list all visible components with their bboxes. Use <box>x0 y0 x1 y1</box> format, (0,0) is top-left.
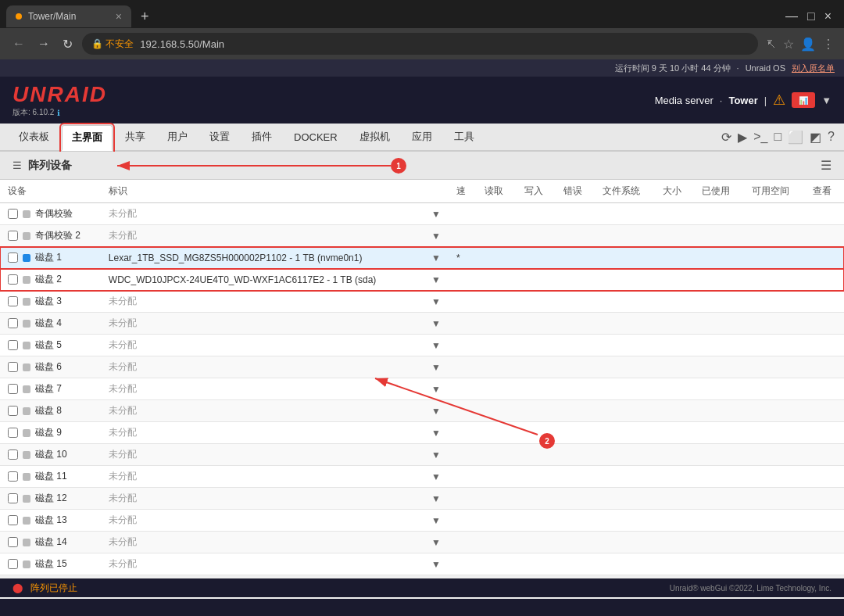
dropdown-cell[interactable]: ▼ <box>424 225 449 247</box>
dropdown-cell[interactable]: ▼ <box>424 378 449 400</box>
dropdown-arrow-icon[interactable]: ▼ <box>431 515 441 526</box>
nav-item-docker[interactable]: DOCKER <box>284 127 347 148</box>
disk-checkbox[interactable] <box>8 209 18 219</box>
terminal-icon[interactable]: >_ <box>753 130 767 145</box>
dropdown-cell[interactable]: ▼ <box>424 356 449 378</box>
dropdown-arrow-icon[interactable]: ▼ <box>431 318 441 329</box>
write-cell <box>517 444 556 466</box>
size-cell <box>655 422 694 444</box>
disk-checkbox[interactable] <box>8 296 18 306</box>
dropdown-arrow-icon[interactable]: ▼ <box>431 231 441 242</box>
profile-icon[interactable]: 👤 <box>800 37 816 52</box>
error-cell <box>556 356 595 378</box>
dropdown-arrow-icon[interactable]: ▼ <box>431 340 441 351</box>
chart-icon[interactable]: 📊 <box>792 92 815 108</box>
dropdown-cell[interactable]: ▼ <box>424 203 449 225</box>
dropdown-cell[interactable]: ▼ <box>424 422 449 444</box>
dropdown-cell[interactable]: ▼ <box>424 444 449 466</box>
col-read: 读取 <box>477 180 516 203</box>
menu-icon[interactable]: ⋮ <box>822 37 835 52</box>
label-cell: 未分配 <box>101 488 424 510</box>
fs-cell <box>595 488 656 510</box>
disk-checkbox[interactable] <box>8 537 18 547</box>
dropdown-arrow-icon[interactable]: ▼ <box>431 559 441 570</box>
maximize-button[interactable]: □ <box>807 9 815 23</box>
label-cell: 未分配 <box>101 356 424 378</box>
fs-cell <box>595 510 656 532</box>
dropdown-arrow-icon[interactable]: ▼ <box>431 406 441 417</box>
used-cell <box>694 313 744 335</box>
dropdown-cell[interactable]: ▼ <box>424 510 449 532</box>
nav-item-user[interactable]: 用户 <box>158 125 197 149</box>
dropdown-cell[interactable]: ▼ <box>424 553 449 575</box>
disk-checkbox[interactable] <box>8 384 18 394</box>
alert-icon[interactable]: ⚠ <box>773 91 785 109</box>
nav-item-settings[interactable]: 设置 <box>200 125 239 149</box>
dropdown-arrow-icon[interactable]: ▼ <box>431 471 441 482</box>
play-icon[interactable]: ▶ <box>738 130 747 145</box>
disk-checkbox[interactable] <box>8 428 18 438</box>
help-icon[interactable]: ? <box>828 130 835 145</box>
active-tab[interactable]: Tower/Main × <box>6 5 131 27</box>
nav-item-share[interactable]: 共享 <box>116 125 155 149</box>
forum-link[interactable]: 别入原名单 <box>792 63 835 74</box>
url-bar[interactable]: 🔒 不安全 192.168.5.50/Main <box>82 33 758 55</box>
disk-checkbox[interactable] <box>8 471 18 482</box>
dropdown-cell[interactable]: ▼ <box>424 532 449 553</box>
dropdown-arrow-icon[interactable]: ▼ <box>431 449 441 460</box>
nav-item-dashboard[interactable]: 仪表板 <box>9 125 59 149</box>
vm-icon[interactable]: ⬜ <box>788 130 803 145</box>
dropdown-arrow-icon[interactable]: ▼ <box>431 296 441 307</box>
forward-button[interactable]: → <box>34 35 53 52</box>
disk-checkbox[interactable] <box>8 493 18 503</box>
minimize-button[interactable]: — <box>785 9 798 23</box>
dropdown-cell[interactable]: ▼ <box>424 488 449 510</box>
dropdown-cell[interactable]: ▼ <box>424 269 449 291</box>
disk-checkbox[interactable] <box>8 252 18 263</box>
disk-checkbox[interactable] <box>8 406 18 416</box>
dropdown-arrow-icon[interactable]: ▼ <box>431 493 441 504</box>
disk-checkbox[interactable] <box>8 231 18 241</box>
view-cell <box>805 225 844 247</box>
nav-item-vm[interactable]: 虚拟机 <box>350 125 399 149</box>
disk-checkbox[interactable] <box>8 449 18 460</box>
tab-close-button[interactable]: × <box>116 10 122 23</box>
dropdown-cell[interactable]: ▼ <box>424 291 449 313</box>
dropdown-arrow-icon[interactable]: ▼ <box>431 274 441 285</box>
bookmark-icon[interactable]: ☆ <box>783 37 794 52</box>
nav-item-apps[interactable]: 应用 <box>402 125 442 149</box>
reload-button[interactable]: ↻ <box>59 35 76 53</box>
disk-checkbox[interactable] <box>8 274 18 285</box>
dropdown-arrow-icon[interactable]: ▼ <box>431 428 441 439</box>
share-icon[interactable]: ⭶ <box>764 37 777 52</box>
close-button[interactable]: × <box>824 9 831 23</box>
back-button[interactable]: ← <box>9 35 28 52</box>
disk-indicator <box>23 517 30 525</box>
disk-checkbox[interactable] <box>8 318 18 328</box>
new-tab-button[interactable]: + <box>134 9 156 25</box>
nav-item-tools[interactable]: 工具 <box>445 125 484 149</box>
dropdown-arrow-icon[interactable]: ▼ <box>431 362 441 373</box>
dropdown-arrow-icon[interactable]: ▼ <box>431 209 441 220</box>
disk-checkbox[interactable] <box>8 515 18 525</box>
device-cell: 磁盘 10 <box>0 444 101 466</box>
disk-checkbox[interactable] <box>8 340 18 350</box>
dropdown-arrow-icon[interactable]: ▼ <box>431 537 441 548</box>
display-icon[interactable]: □ <box>774 130 781 145</box>
dropdown-arrow[interactable]: ▼ <box>821 95 831 106</box>
disk-checkbox[interactable] <box>8 362 18 372</box>
disk-checkbox[interactable] <box>8 559 18 569</box>
dropdown-cell[interactable]: ▼ <box>424 335 449 356</box>
dropdown-arrow-icon[interactable]: ▼ <box>431 252 441 263</box>
dropdown-cell[interactable]: ▼ <box>424 247 449 269</box>
dropdown-arrow-icon[interactable]: ▼ <box>431 384 441 395</box>
nav-item-main[interactable]: 主界面 <box>62 125 113 151</box>
dropdown-cell[interactable]: ▼ <box>424 466 449 488</box>
refresh-icon[interactable]: ⟳ <box>721 130 731 145</box>
version-info-icon[interactable]: ℹ <box>57 109 60 117</box>
docker2-icon[interactable]: ◩ <box>810 130 821 145</box>
dropdown-cell[interactable]: ▼ <box>424 400 449 422</box>
dropdown-cell[interactable]: ▼ <box>424 313 449 335</box>
view-toggle-icon[interactable]: ☰ <box>821 159 831 172</box>
nav-item-plugins[interactable]: 插件 <box>242 125 281 149</box>
